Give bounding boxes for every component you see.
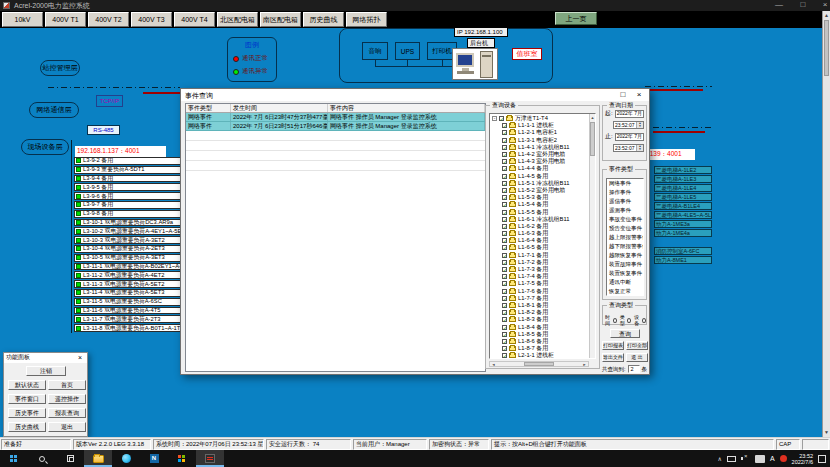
checkbox-checked-icon[interactable] [502,181,507,186]
event-type-listbox[interactable]: 网络事件操作事件遥信事件遥测事件事故变位事件预告变位事件越上限报警事件越下限报警… [606,178,644,296]
field-device-row[interactable]: L3-11-5 双电源重要负荷A-6SC [74,298,184,306]
window-close-button[interactable]: × [816,0,830,11]
report-query-button[interactable]: 报表查询 [48,408,86,418]
dialog-close-button[interactable]: × [631,89,647,101]
checkbox-checked-icon[interactable] [502,281,507,286]
exit-app-button[interactable]: 退出 [48,422,86,432]
tree-item[interactable]: L1-4-2 室外用电箱 [492,151,595,158]
field-device-row[interactable]: L3-9-3 重要负荷A-5DT1 [74,166,184,174]
checkbox-checked-icon[interactable] [502,317,507,322]
tree-root-item[interactable]: - 万津道T1-T4 [492,115,595,122]
taskbar-clock[interactable]: 23:52 2022/7/6 [792,453,813,465]
field-device-row[interactable]: L3-11-8 双电源重要负荷A-B0T1~A-1T1 [74,324,184,332]
export-file-button[interactable]: 导出文件 [602,353,624,362]
to-date-field[interactable]: 2022年 7月 6日 ▼ [615,133,644,141]
device-box[interactable]: 三菱电梯A-1LE4 [654,184,712,192]
collapse-icon[interactable]: - [492,116,497,121]
checkbox-checked-icon[interactable] [502,188,507,193]
checkbox-checked-icon[interactable] [502,145,507,150]
field-device-row[interactable]: L3-11-4 双电源重要负荷A-5ET3 [74,289,184,297]
field-device-row[interactable]: L3-11-7 双电源重要负荷A-2T3 [74,315,184,323]
column-header[interactable]: 事件类型 [186,104,231,112]
checkbox-checked-icon[interactable] [502,202,507,207]
field-device-row[interactable]: L3-9-4 备用 [74,175,184,183]
tree-item[interactable]: L1-5-2 室外用电箱 [492,187,595,194]
tree-item[interactable]: L1-7-2 备用 [492,259,595,266]
event-type-option[interactable]: 预告变位事件 [607,224,643,233]
page-tab[interactable]: 历史曲线 [303,12,344,27]
page-tab[interactable]: 北区配电箱 [217,12,258,27]
tree-item[interactable]: L1-5-3 备用 [492,194,595,201]
device-box[interactable]: 三菱电梯A-1LE3 [654,175,712,183]
checkbox-checked-icon[interactable] [502,123,507,128]
exit-button[interactable]: 退 出 [626,353,648,362]
tree-item[interactable]: L1-6-5 备用 [492,244,595,251]
checkbox-checked-icon[interactable] [502,310,507,315]
tree-item[interactable]: L1-6-3 备用 [492,230,595,237]
field-device-row[interactable]: L3-9-5 备用 [74,183,184,191]
tree-item[interactable]: L1-8-6 备用 [492,338,595,345]
to-time-field[interactable]: 23:52:07 ▲▼ [613,144,644,152]
scroll-up-icon[interactable]: ▲ [590,114,595,121]
event-window-button[interactable]: 事件窗口 [8,394,46,404]
device-box[interactable]: 三菱电梯A-1LE5 [654,193,712,201]
pinned-app-button[interactable]: N [140,450,168,467]
time-spinner[interactable]: ▲▼ [636,122,643,128]
checkbox-checked-icon[interactable] [502,339,507,344]
event-type-option[interactable]: 越上限报警事件 [607,233,643,242]
radio-icon[interactable] [642,318,646,323]
device-box[interactable]: 动力A-8ME1 [654,256,712,264]
checkbox-checked-icon[interactable] [502,217,507,222]
tree-item[interactable]: L1-7-6 备用 [492,288,595,295]
radio-option[interactable]: 类型 [620,314,632,326]
page-tab[interactable]: 400V T3 [131,12,172,27]
home-button[interactable]: 首页 [48,380,86,390]
print-report-button[interactable]: 打印报表 [602,341,624,350]
field-device-row[interactable]: L3-11-1 双电源重要负荷A-B02EY1~A-2EY1 [74,263,184,271]
dialog-maximize-button[interactable]: □ [615,89,631,101]
tree-item[interactable]: L1-7-5 备用 [492,280,595,287]
table-row[interactable]: 网络事件 2022年 7月 6日23时51分17秒646毫秒 网络事件 操作员 … [186,122,485,131]
column-header[interactable]: 发生时间 [231,104,328,112]
checkbox-checked-icon[interactable] [502,210,507,215]
field-device-row[interactable]: L3-10-1 双电源重要负荷DC3.AR9a [74,219,184,227]
checkbox-checked-icon[interactable] [502,325,507,330]
tree-item[interactable]: L1-6-4 备用 [492,237,595,244]
event-type-option[interactable]: 遥信事件 [607,197,643,206]
checkbox-checked-icon[interactable] [502,303,507,308]
field-device-row[interactable]: L3-9-6 备用 [74,192,184,200]
previous-page-button[interactable]: 上一页 [555,12,597,25]
checkbox-checked-icon[interactable] [502,353,507,358]
radio-icon[interactable] [613,318,617,323]
checkbox-checked-icon[interactable] [499,116,504,121]
page-tab[interactable]: 网络拓扑 [346,12,387,27]
tree-item[interactable]: L1-5-1 冷冻机组B11 [492,180,595,187]
taskbar-search-button[interactable] [28,450,56,467]
field-device-row[interactable]: L3-10-5 双电源重要负荷A-3ET3 [74,254,184,262]
checkbox-checked-icon[interactable] [502,332,507,337]
checkbox-checked-icon[interactable] [502,346,507,351]
file-explorer-button[interactable] [84,450,112,467]
print-all-button[interactable]: 打印全部 [626,341,648,350]
tree-item[interactable]: L2-1-1 进线柜 [492,352,595,359]
checkbox-checked-icon[interactable] [502,238,507,243]
edge-browser-button[interactable] [112,450,140,467]
event-type-option[interactable]: 遥测事件 [607,206,643,215]
page-tab[interactable]: 南区配电箱 [260,12,301,27]
event-type-option[interactable]: 通讯中断 [607,278,643,287]
radio-option[interactable]: 设备 [634,314,646,326]
table-row[interactable]: 网络事件 2022年 7月 6日23时47分37秒477毫秒 网络事件 操作员 … [186,113,485,122]
checkbox-checked-icon[interactable] [502,260,507,265]
scroll-up-icon[interactable]: ▲ [823,11,830,20]
query-button[interactable]: 查询 [610,329,640,338]
event-type-option[interactable]: 网络事件 [607,179,643,188]
checkbox-checked-icon[interactable] [502,289,507,294]
tree-item[interactable]: L1-5-4 备用 [492,201,595,208]
tree-item[interactable]: L1-8-1 备用 [492,302,595,309]
task-view-button[interactable] [56,450,84,467]
history-curve-button[interactable]: 历史曲线 [8,422,46,432]
microsoft-store-button[interactable] [168,450,196,467]
radio-option[interactable]: 时间 [605,314,617,326]
tree-vertical-scrollbar[interactable]: ▲ [589,114,595,358]
tree-item[interactable]: L1-7-1 备用 [492,252,595,259]
